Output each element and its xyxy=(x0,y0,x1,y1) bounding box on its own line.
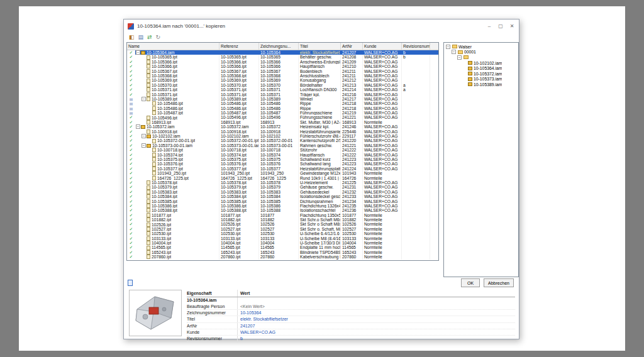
table-row[interactable]: ✓−10-102102.iam10-102102.iam10-102102Füh… xyxy=(127,134,438,138)
column-header-2[interactable]: Zeichnungsnu... xyxy=(259,43,299,50)
tree-node[interactable]: −00001 xyxy=(444,50,518,55)
table-row[interactable]: ✓10-105386.ipt10-105386.ipt10-105386Flac… xyxy=(127,204,438,208)
artnr-cell: 225446 xyxy=(341,129,363,134)
maximize-button[interactable]: ▢ xyxy=(495,21,506,31)
tree-node[interactable]: − xyxy=(444,55,518,60)
tree-node[interactable]: −Walser xyxy=(444,44,518,50)
table-row[interactable]: ✓102530.ipt102530.ipt102530U-Scheibe 6.4… xyxy=(127,231,438,236)
swap-icon[interactable]: ⇄ xyxy=(147,34,152,40)
table-row[interactable]: ✓−10-105372.iam10-105372.iam10-105372Hei… xyxy=(127,124,438,129)
ok-button[interactable]: OK xyxy=(461,278,480,287)
close-button[interactable]: ✕ xyxy=(506,21,518,31)
table-row[interactable]: ✓103133.ipt103133.ipt103133U-Scheibe M8 … xyxy=(127,236,438,241)
expander-icon[interactable]: − xyxy=(446,45,450,49)
table-row[interactable]: ▤10-105486.ipt10-105486.ipt10-105486Ripp… xyxy=(127,101,438,106)
titel-cell: U-Scheibe 17/30/3 DIN 125 A-A2 (M16) xyxy=(299,241,341,245)
expander-icon[interactable]: − xyxy=(142,97,146,101)
table-row[interactable]: ✓10-105372-00-01.ipt10-105372-00-01.ipt1… xyxy=(127,138,438,143)
column-header-6[interactable]: Revisionsnum... xyxy=(402,43,430,50)
table-row[interactable]: ✓10-105370.ipt10-105370.ipt10-105370Börd… xyxy=(127,83,438,87)
table-row[interactable]: ✓10-100918.ipt10-100918.ipt10-100918Heiz… xyxy=(127,129,438,134)
cancel-button[interactable]: Abbrechen xyxy=(484,278,514,287)
table-row[interactable]: ✓101943_250.ipt101943_250.ipt101943_250G… xyxy=(127,171,438,175)
revision-cell xyxy=(402,190,430,194)
referenz-cell: 10-105378.ipt xyxy=(219,180,259,185)
revision-cell xyxy=(402,120,430,124)
table-row[interactable]: ✓10-105375.ipt10-105375.ipt10-105375Scha… xyxy=(127,157,438,162)
status-check-icon: ✓ xyxy=(130,231,133,236)
minimize-button[interactable]: – xyxy=(484,21,495,31)
table-row[interactable]: ✓10-105377.ipt10-105377.ipt10-105377Heiz… xyxy=(127,167,438,171)
refresh-icon[interactable]: ↻ xyxy=(156,34,161,40)
column-header-3[interactable]: Titel xyxy=(299,43,341,50)
table-row[interactable]: ✓101882.ipt101882.ipt101882Skt Schr.o Sc… xyxy=(127,217,438,222)
table-row[interactable]: ✓10-100718.ipt10-100718.ipt10-100718Stüt… xyxy=(127,148,438,152)
property-file-title-text: 10-105364.iam xyxy=(187,297,237,304)
table-row[interactable]: ✓10-105379.ipt10-105379.ipt10-105379Gehä… xyxy=(127,185,438,189)
table-row[interactable]: ✓168913.ipt168913.ipt168913Skt. Mutter, … xyxy=(127,120,438,124)
document-page-icon[interactable] xyxy=(128,280,133,286)
filler-cell xyxy=(430,83,438,87)
referenz-cell: 10-105368.ipt xyxy=(219,74,259,78)
table-row[interactable]: ✓10-105376.ipt10-105376.ipt10-105376Scha… xyxy=(127,162,438,166)
part-icon xyxy=(147,199,150,204)
table-row[interactable]: ✓102527.ipt102527.ipt102527Skt Schr o. S… xyxy=(127,227,438,231)
column-header-1[interactable]: Referenz xyxy=(219,43,259,50)
table-row[interactable]: ✓10-105368.ipt10-105368.ipt10-105368Ansc… xyxy=(127,74,438,78)
expander-icon[interactable]: − xyxy=(452,50,456,54)
artnr-cell: 241214 xyxy=(341,87,363,92)
revision-cell xyxy=(402,167,430,171)
column-header-5[interactable]: Kunde xyxy=(363,43,402,50)
name-cell: 10-105372-00-01.ipt xyxy=(135,138,219,143)
table-row[interactable]: ✓104004.ipt104004.ipt104004U-Scheibe 17/… xyxy=(127,241,438,245)
expander-icon[interactable]: − xyxy=(136,124,140,129)
tree-node[interactable]: 10-102102.iam xyxy=(444,60,518,66)
revision-cell xyxy=(402,213,430,217)
status-check-icon: ✓ xyxy=(130,120,133,124)
expander-icon[interactable]: − xyxy=(142,134,146,138)
table-row[interactable]: ✓207860.ipt207860.ipt207860Kabelverschra… xyxy=(127,255,438,259)
table-row[interactable]: ▤−10-105389.ipt10-105389.ipt10-105389Win… xyxy=(127,97,438,101)
table-row[interactable]: ✓10-105365.ipt10-105365.ipt10-105365Behä… xyxy=(127,55,438,59)
filler-cell xyxy=(430,185,438,189)
status-check-icon: ✓ xyxy=(130,69,133,74)
tree-node[interactable]: 10-105364.iam xyxy=(444,65,518,71)
table-row[interactable]: ✓10-105367.ipt10-105367.ipt10-105367Bode… xyxy=(127,69,438,74)
table-row[interactable]: ▤10-105486.ipt10-105486.ipt10-105486Ripp… xyxy=(127,106,438,111)
copy-icon[interactable]: ◧ xyxy=(129,34,135,40)
table-row[interactable]: ✓114565.ipt114565.ipt114565Endplatte 11 … xyxy=(127,245,438,250)
expander-icon[interactable]: − xyxy=(136,50,140,55)
table-row[interactable]: ✓10-105369.ipt10-105369.ipt10-105369Konu… xyxy=(127,78,438,82)
expander-icon[interactable]: − xyxy=(142,143,146,148)
column-header-0[interactable]: Name xyxy=(127,43,219,50)
table-row[interactable]: ✓10-105383.ipt10-105383.ipt10-105383Gehä… xyxy=(127,190,438,194)
table-row[interactable]: ✓10-105366.ipt10-105366.ipt10-105366Haup… xyxy=(127,64,438,69)
expander-icon[interactable]: − xyxy=(457,55,462,60)
table-row[interactable]: ✓165243.ipt165243.ipt165243Blindniete TS… xyxy=(127,250,438,255)
table-row[interactable]: ✓102526.ipt102526.ipt102526Skt Schr o Sc… xyxy=(127,222,438,226)
table-row[interactable]: ✓−10-105364.iam10-105364elektr. Stockabf… xyxy=(127,50,438,55)
tree-node[interactable]: 10-105372.iam xyxy=(444,71,518,77)
filler-cell xyxy=(430,124,438,129)
table-row[interactable]: ✓10-105374.ipt10-105374.ipt10-105374Haup… xyxy=(127,153,438,157)
table-row[interactable]: ✓10-105388.ipt10-105388.ipt10-105388Isol… xyxy=(127,208,438,212)
table-row[interactable]: ✓101877.ipt101877.ipt101877Flachdichtung… xyxy=(127,213,438,217)
status-check-icon: ✓ xyxy=(130,148,133,152)
table-row[interactable]: ✓164726_1225.ipt164726_1225.ipt164726_12… xyxy=(127,176,438,180)
tree-node[interactable]: 10-105389.iam xyxy=(444,82,518,87)
column-header-4[interactable]: ArtNr xyxy=(341,43,363,50)
table-row[interactable]: ▤10-105487.ipt10-105487.ipt10-105487Führ… xyxy=(127,111,438,115)
titel-cell: Konusabgang xyxy=(299,78,341,82)
table-row[interactable]: ✓−10-105373-00-01.iam10-105373-00-01.iam… xyxy=(127,143,438,148)
table-row[interactable]: ✓10-105366.ipt10-105366.ipt10-105366Ansc… xyxy=(127,60,438,64)
table-row[interactable]: ✓10-105371.ipt10-105371.ipt10-105371Loch… xyxy=(127,87,438,92)
table-row[interactable]: ✓10-105371.ipt10-105371.ipt10-105371Träg… xyxy=(127,92,438,97)
filler-cell xyxy=(430,157,438,162)
link-icon[interactable]: ▤ xyxy=(138,34,144,40)
tree-node[interactable]: 10-105373.iam xyxy=(444,77,518,82)
table-row[interactable]: ✓10-105496.ipt10-105496.ipt10-105496Führ… xyxy=(127,115,438,119)
table-row[interactable]: ✓10-105378.ipt10-105378.ipt10-105378U-He… xyxy=(127,180,438,185)
table-row[interactable]: ✓10-105384.ipt10-105384.ipt10-105384Isol… xyxy=(127,194,438,199)
table-row[interactable]: ✓10-105385.ipt10-105385.ipt10-105385Dich… xyxy=(127,199,438,204)
titel-cell: Kabelverschraubung K M20 (7-13) xyxy=(299,255,341,259)
